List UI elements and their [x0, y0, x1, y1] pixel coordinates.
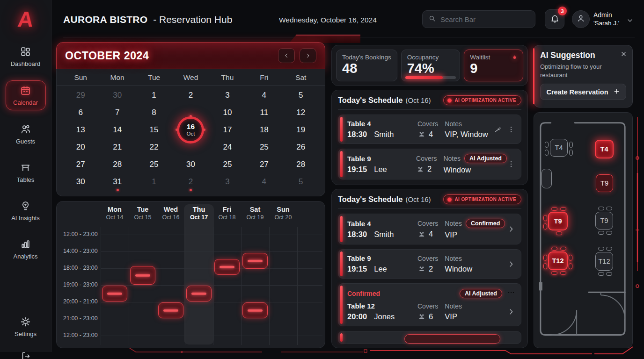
sidebar-item-dashboard[interactable]: Dashboard [6, 42, 46, 71]
calendar-day[interactable]: 25 [136, 156, 172, 173]
stat-card-occupancy: Occupancy74% [401, 50, 461, 81]
search-input[interactable] [440, 15, 529, 23]
flame-icon [511, 54, 518, 61]
sidebar-item-guests[interactable]: Guests [6, 120, 46, 149]
chair-icon [598, 207, 604, 210]
reservation-event-block[interactable] [158, 302, 183, 318]
reservation-event-block[interactable] [242, 302, 268, 318]
sidebar-item-calendar[interactable]: Calendar [6, 80, 46, 110]
calendar-day[interactable]: 20 [62, 138, 99, 156]
grid-hline [101, 302, 322, 302]
covers-value: 2 [417, 265, 438, 273]
calendar-day[interactable]: 8 [136, 104, 172, 121]
selected-day-ring: 16Oct [177, 116, 204, 144]
calendar-day[interactable]: 2 [172, 86, 209, 104]
floor-table-unlabeled[interactable] [542, 169, 552, 188]
calendar-day[interactable]: 19 [283, 121, 319, 138]
grid-hline [101, 251, 322, 252]
calendar-day[interactable]: 27 [246, 156, 282, 173]
floor-table-t9[interactable]: T9 [595, 212, 613, 230]
chevron-right-icon[interactable] [507, 225, 515, 233]
floor-table-t4[interactable]: T4 [595, 140, 614, 158]
chevron-right-icon[interactable] [507, 308, 515, 316]
stat-label: Today's Bookings [342, 54, 391, 61]
calendar-day[interactable]: 12 [283, 104, 319, 121]
reservation-event-block[interactable] [186, 286, 212, 302]
calendar-day[interactable]: 30 [172, 156, 209, 173]
calendar-day[interactable]: 10 [209, 104, 246, 121]
calendar-day[interactable]: 18 [246, 121, 282, 138]
chair-icon [606, 231, 612, 235]
reservation-entry[interactable]: Table 919:15LeeCovers2NotesAI AdjustedWi… [338, 149, 521, 180]
magic-arrow-icon[interactable] [494, 125, 502, 134]
logout-button[interactable] [20, 351, 31, 359]
calendar-day[interactable]: 6 [62, 104, 99, 121]
chair-icon [598, 272, 604, 276]
calendar-day[interactable]: 3 [209, 86, 246, 104]
next-month-button[interactable] [300, 48, 316, 63]
sidebar-item-settings[interactable]: Settings [6, 312, 46, 341]
calendar-day[interactable]: 5 [283, 86, 319, 104]
calendar-day[interactable]: 14 [99, 121, 135, 138]
reservation-entry[interactable]: Table 418:30SmithCovers4NotesVIP, Window [338, 115, 521, 144]
floor-table-t4[interactable]: T4 [550, 139, 568, 157]
calendar-day[interactable]: 30 [99, 86, 135, 104]
calendar-day[interactable]: 27 [62, 156, 99, 173]
day-of-week-label: Fri [246, 73, 282, 82]
calendar-day[interactable]: 28 [99, 156, 135, 173]
floor-table-t9[interactable]: T9 [596, 174, 613, 192]
calendar-day[interactable]: 17 [209, 121, 246, 138]
calendar-day[interactable]: 4 [246, 86, 282, 104]
floor-table-t12[interactable]: T12 [548, 251, 568, 270]
user-name: 'Sarah J.' [593, 19, 619, 28]
chevron-right-icon[interactable] [507, 260, 515, 268]
close-icon[interactable] [620, 50, 627, 59]
kebab-menu-icon[interactable] [507, 160, 515, 168]
calendar-day[interactable]: 30 [62, 173, 99, 190]
search-bar[interactable] [422, 10, 535, 28]
reservation-event-block[interactable] [102, 286, 127, 302]
calendar-day[interactable]: 26 [283, 138, 319, 156]
page-title: AURORA BISTRO - Reservation Hub [63, 14, 232, 25]
calendar-day[interactable]: 4 [246, 173, 282, 190]
floor-table-t9[interactable]: T9 [548, 212, 568, 230]
reservation-entry[interactable]: Table 919:15LeeCovers2NotesWindow [338, 249, 521, 279]
calendar-day[interactable]: 21 [99, 138, 135, 156]
reservation-event-block[interactable] [214, 259, 240, 275]
calendar-day[interactable]: 29 [62, 86, 99, 104]
calendar-day[interactable]: 24 [209, 138, 246, 156]
calendar-day[interactable]: 25 [209, 156, 246, 173]
sidebar-item-ai-insights[interactable]: AI Insights [6, 196, 46, 225]
create-reservation-button[interactable]: Create Reservation [540, 84, 626, 100]
calendar-day[interactable]: 25 [246, 138, 282, 156]
calendar-day[interactable]: 13 [62, 121, 99, 138]
reservation-entry[interactable]: ConfirmedAI AdjustedTable 1220:00JonesCo… [338, 283, 521, 326]
reservation-entry[interactable]: Table 418:30SmithCovers4NotesConfirmedVI… [338, 214, 521, 244]
calendar-day[interactable]: 11 [246, 104, 282, 121]
reservation-event-block[interactable] [242, 253, 268, 269]
reservation-event-block[interactable] [130, 266, 155, 285]
sidebar-item-tables[interactable]: Tables [6, 158, 46, 187]
entry-menu[interactable] [507, 288, 515, 299]
calendar-day[interactable]: 22 [136, 138, 172, 156]
calendar-day[interactable]: 28 [283, 156, 319, 173]
user-avatar[interactable] [572, 10, 590, 28]
calendar-day[interactable]: 1 [136, 173, 172, 190]
sidebar-item-analytics[interactable]: Analytics [6, 235, 46, 264]
calendar-day[interactable]: 7 [99, 104, 135, 121]
notifications-button[interactable]: 3 [545, 9, 564, 29]
calendar-day[interactable]: 15 [136, 121, 172, 138]
calendar-day[interactable]: 3 [209, 173, 246, 190]
calendar-day[interactable]: 1 [136, 86, 172, 104]
calendar-day[interactable]: 31 [99, 173, 135, 190]
calendar-day[interactable]: 5 [283, 173, 319, 190]
reservation-entry[interactable] [338, 331, 521, 344]
floor-table-t12[interactable]: T12 [595, 252, 613, 271]
calendar-day[interactable]: 16Oct [172, 121, 209, 138]
user-menu-chevron[interactable] [626, 17, 634, 26]
kebab-menu-icon[interactable] [507, 125, 515, 134]
entry-table-name: Table 9 [347, 254, 417, 262]
calendar-day[interactable]: 2 [172, 173, 209, 190]
prev-month-button[interactable] [278, 48, 295, 63]
user-menu[interactable]: Admin 'Sarah J.' [593, 11, 619, 28]
